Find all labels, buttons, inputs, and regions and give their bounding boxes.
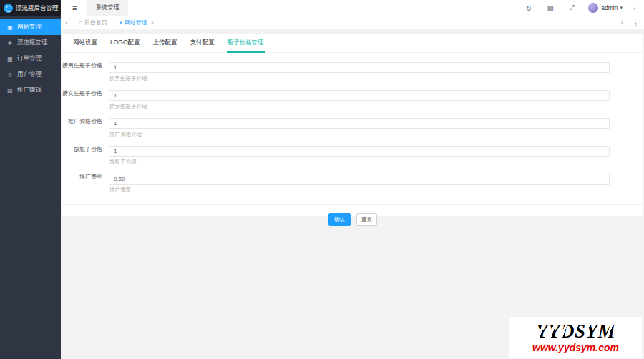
reset-button[interactable]: 重置 (356, 213, 377, 226)
field-label: 推广费率 (62, 171, 109, 199)
tab-bottle-price[interactable]: 瓶子价格管理 (221, 34, 270, 52)
page-tabbar: ‹ ⌂ 后台首页 ▪ 网站管理 × › ⋮ (61, 16, 644, 29)
header: ≡ 系统管理 ↻ ▤ ⤢ admin ▾ ⋮ (61, 0, 644, 16)
watermark-url: www.yydsym.com (532, 342, 619, 353)
settings-tabs: 网站设置 LOGO配置 上传配置 支付配置 瓶子价格管理 (62, 34, 643, 53)
app-logo[interactable]: 漂流瓶后台管理 (0, 0, 61, 16)
main-content: 网站设置 LOGO配置 上传配置 支付配置 瓶子价格管理 捞男生瓶子价格 捞男生… (61, 29, 644, 359)
paper-plane-icon: ✈ (6, 40, 14, 46)
form-field-row: 放瓶子价格 放瓶子介绍 (62, 143, 643, 171)
app-title: 漂流瓶后台管理 (16, 4, 59, 13)
square-icon: ▪ (120, 19, 122, 26)
tab-home-label: 后台首页 (84, 19, 107, 26)
sidebar-item-label: 网站管理 (17, 23, 42, 31)
username[interactable]: admin (601, 4, 618, 11)
form-field-row: 推广费率 推广费率 (62, 171, 643, 199)
promotion-rate-input[interactable] (109, 174, 610, 185)
male-bottle-price-input[interactable] (109, 62, 610, 73)
tab-site-management-label: 网站管理 (125, 19, 147, 26)
settings-card: 网站设置 LOGO配置 上传配置 支付配置 瓶子价格管理 捞男生瓶子价格 捞男生… (62, 34, 643, 216)
tabs-scroll-right-icon[interactable]: › (616, 19, 628, 26)
tabs-more-icon[interactable]: ⋮ (633, 19, 639, 26)
throw-bottle-price-input[interactable] (109, 146, 610, 157)
sidebar-item-label: 用户管理 (17, 70, 42, 79)
more-vertical-icon[interactable]: ⋮ (631, 4, 638, 12)
watermark: YYDSYM www.yydsym.com (509, 317, 642, 358)
form-field-row: 捞女生瓶子价格 捞女生瓶子介绍 (62, 87, 643, 115)
calendar-icon: ▦ (6, 56, 14, 62)
tab-site-management[interactable]: ▪ 网站管理 × (114, 16, 161, 29)
confirm-button[interactable]: 确认 (328, 213, 351, 226)
sidebar-item-users[interactable]: ☺ 用户管理 (0, 67, 61, 82)
form-actions: 确认 重置 (62, 213, 643, 226)
tabs-scroll-left-icon[interactable]: ‹ (61, 19, 72, 26)
promotion-qualification-price-input[interactable] (109, 118, 610, 129)
sidebar-item-label: 漂流瓶管理 (17, 39, 48, 47)
field-label: 放瓶子价格 (62, 143, 109, 171)
watermark-logo: YYDSYM (536, 322, 615, 341)
bottle-price-form: 捞男生瓶子价格 捞男生瓶子介绍 捞女生瓶子价格 捞女生瓶子介绍 推广资格价格 (62, 53, 643, 226)
close-icon[interactable]: × (151, 19, 155, 26)
refresh-icon[interactable]: ↻ (526, 4, 532, 12)
form-field-row: 推广资格价格 推广资格介绍 (62, 115, 643, 143)
chevron-down-icon: ▾ (620, 5, 623, 11)
website-icon: ▣ (6, 24, 14, 31)
promotion-icon: ▤ (6, 87, 14, 94)
field-label: 捞女生瓶子价格 (62, 87, 109, 115)
tab-payment-config[interactable]: 支付配置 (184, 34, 221, 52)
field-help: 推广费率 (109, 187, 610, 194)
tab-site-settings[interactable]: 网站设置 (67, 34, 104, 52)
sidebar-item-label: 订单管理 (17, 54, 42, 63)
header-tab-system[interactable]: 系统管理 (87, 0, 128, 16)
field-help: 放瓶子介绍 (109, 159, 610, 166)
message-icon[interactable]: ▤ (547, 4, 554, 12)
avatar[interactable] (588, 3, 598, 13)
field-label: 捞男生瓶子价格 (62, 59, 109, 87)
field-help: 捞男生瓶子介绍 (109, 75, 610, 82)
tab-home[interactable]: ⌂ 后台首页 (72, 16, 114, 29)
fullscreen-icon[interactable]: ⤢ (570, 4, 575, 12)
sidebar: ▣ 网站管理 ✈ 漂流瓶管理 ▦ 订单管理 ☺ 用户管理 ▤ 推广赚钱 (0, 16, 61, 359)
form-divider (62, 204, 643, 205)
field-help: 捞女生瓶子介绍 (109, 103, 610, 110)
field-help: 推广资格介绍 (109, 131, 610, 138)
app-root: 漂流瓶后台管理 ≡ 系统管理 ↻ ▤ ⤢ admin ▾ ⋮ ‹ ⌂ 后台首页 … (0, 0, 644, 359)
sidebar-item-orders[interactable]: ▦ 订单管理 (0, 51, 61, 67)
tab-logo-config[interactable]: LOGO配置 (104, 34, 147, 52)
sidebar-item-bottles[interactable]: ✈ 漂流瓶管理 (0, 35, 61, 51)
sidebar-item-website[interactable]: ▣ 网站管理 (0, 19, 61, 35)
tab-upload-config[interactable]: 上传配置 (147, 34, 184, 52)
sidebar-item-promotion[interactable]: ▤ 推广赚钱 (0, 82, 61, 98)
hamburger-icon[interactable]: ≡ (72, 4, 77, 12)
home-icon: ⌂ (79, 19, 82, 26)
field-label: 推广资格价格 (62, 115, 109, 143)
sidebar-item-label: 推广赚钱 (17, 86, 42, 94)
app-logo-icon (4, 4, 13, 13)
user-icon: ☺ (6, 72, 14, 78)
female-bottle-price-input[interactable] (109, 90, 610, 101)
form-field-row: 捞男生瓶子价格 捞男生瓶子介绍 (62, 59, 643, 87)
